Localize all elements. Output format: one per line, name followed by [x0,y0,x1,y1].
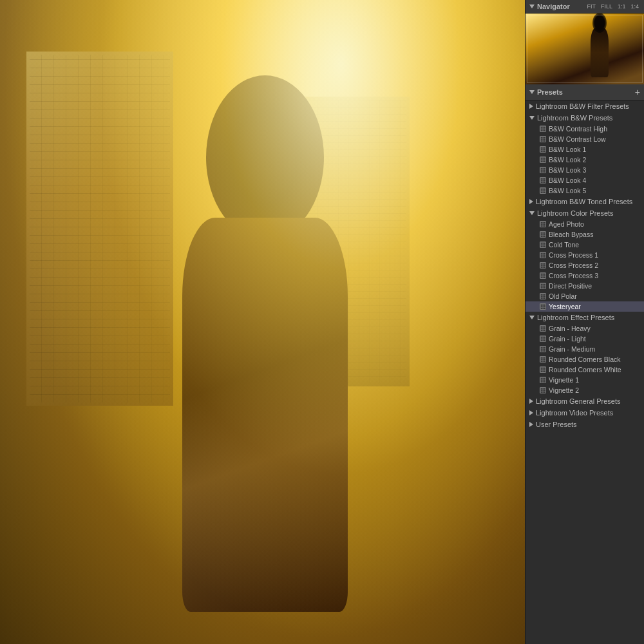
preset-grain-medium-icon [540,346,546,352]
user-presets-expand-icon [529,422,533,427]
navigator-collapse-icon [529,5,535,8]
preset-vignette-2[interactable]: Vignette 2 [526,385,644,395]
presets-title: Presets [537,88,563,96]
preset-vignette-1[interactable]: Vignette 1 [526,375,644,385]
presets-header: Presets + [526,84,644,100]
photo-background [0,0,525,644]
bw-filter-label: Lightroom B&W Filter Presets [536,102,629,110]
general-presets-label: Lightroom General Presets [536,397,620,405]
presets-add-button[interactable]: + [635,88,640,97]
preset-bw-look1[interactable]: B&W Look 1 [526,144,644,155]
preset-yesteryear-icon [540,303,546,310]
preset-aged-photo-icon [540,221,546,227]
navigator-title: Navigator [537,3,570,10]
navigator-zoom-controls: FIT FILL 1:1 1:4 [585,3,640,10]
preset-cross-process-2-icon [540,262,546,269]
preset-cold-tone-label: Cold Tone [549,241,579,249]
preset-grain-medium-label: Grain - Medium [549,345,595,353]
preset-direct-positive-label: Direct Positive [549,282,592,290]
preset-group-color-header[interactable]: Lightroom Color Presets [526,207,644,219]
preset-bleach-bypass-label: Bleach Bypass [549,231,593,238]
preset-cross-process-3-icon [540,272,546,279]
preset-grain-heavy[interactable]: Grain - Heavy [526,323,644,334]
preset-yesteryear[interactable]: Yesteryear [526,301,644,312]
preset-bw-look3-label: B&W Look 3 [549,166,586,174]
preset-group-bw-filter-header[interactable]: Lightroom B&W Filter Presets [526,100,644,112]
preset-cross-process-2-label: Cross Process 2 [549,261,598,269]
zoom-1to4-button[interactable]: 1:4 [629,3,640,10]
preset-grain-medium[interactable]: Grain - Medium [526,344,644,354]
presets-panel[interactable]: Presets + Lightroom B&W Filter Presets L… [526,84,644,644]
preset-cross-process-3[interactable]: Cross Process 3 [526,270,644,281]
preset-rounded-corners-white-icon [540,366,546,373]
video-presets-label: Lightroom Video Presets [536,409,613,417]
preset-group-effect-header[interactable]: Lightroom Effect Presets [526,312,644,323]
preset-bw-contrast-low-icon [540,136,546,142]
photo-canvas [0,0,525,644]
presets-header-left: Presets [529,88,563,96]
color-presets-label: Lightroom Color Presets [537,209,614,217]
preset-rounded-corners-black[interactable]: Rounded Corners Black [526,354,644,365]
preset-bw-contrast-high-icon [540,126,546,132]
warm-glow [0,0,525,644]
preset-group-user: User Presets [526,419,644,430]
preset-aged-photo-label: Aged Photo [549,220,584,228]
zoom-1to1-button[interactable]: 1:1 [616,3,627,10]
preset-bw-look1-icon [540,146,546,153]
effect-presets-expand-icon [529,316,535,319]
preset-group-bw-presets-header[interactable]: Lightroom B&W Presets [526,112,644,124]
preset-cross-process-2[interactable]: Cross Process 2 [526,260,644,270]
preset-group-video-header[interactable]: Lightroom Video Presets [526,407,644,419]
preset-bw-contrast-low-label: B&W Contrast Low [549,135,606,143]
preset-old-polar-label: Old Polar [549,292,577,300]
preset-rounded-corners-black-label: Rounded Corners Black [549,355,620,363]
preset-old-polar[interactable]: Old Polar [526,291,644,301]
video-presets-expand-icon [529,410,533,415]
preset-bw-look4[interactable]: B&W Look 4 [526,175,644,185]
preset-group-bw-filter: Lightroom B&W Filter Presets [526,100,644,112]
bw-toned-label: Lightroom B&W Toned Presets [536,198,632,205]
preset-cross-process-1-label: Cross Process 1 [549,251,598,259]
preset-group-general: Lightroom General Presets [526,395,644,407]
preset-group-user-header[interactable]: User Presets [526,419,644,430]
preset-rounded-corners-white[interactable]: Rounded Corners White [526,365,644,375]
preset-bw-look5[interactable]: B&W Look 5 [526,185,644,196]
preset-bw-contrast-low[interactable]: B&W Contrast Low [526,134,644,144]
preset-group-general-header[interactable]: Lightroom General Presets [526,395,644,407]
preset-group-color: Lightroom Color Presets Aged Photo Bleac… [526,207,644,312]
preset-cross-process-1[interactable]: Cross Process 1 [526,250,644,260]
preset-grain-light[interactable]: Grain - Light [526,334,644,344]
app-container: Navigator FIT FILL 1:1 1:4 Presets + [0,0,644,644]
preset-group-bw-toned: Lightroom B&W Toned Presets [526,196,644,207]
preset-rounded-corners-white-label: Rounded Corners White [549,366,621,374]
navigator-header-left: Navigator [529,3,570,10]
zoom-fill-button[interactable]: FILL [600,3,614,10]
preset-grain-heavy-icon [540,325,546,332]
preset-bw-look3[interactable]: B&W Look 3 [526,165,644,175]
preset-aged-photo[interactable]: Aged Photo [526,219,644,229]
bw-presets-expand-icon [529,116,535,120]
zoom-fit-button[interactable]: FIT [585,3,597,10]
preset-vignette-2-icon [540,387,546,393]
navigator-preview [526,14,644,84]
right-panel: Navigator FIT FILL 1:1 1:4 Presets + [525,0,644,644]
preset-cold-tone-icon [540,242,546,248]
preset-bw-look4-icon [540,177,546,184]
preset-cold-tone[interactable]: Cold Tone [526,240,644,250]
preset-rounded-corners-black-icon [540,356,546,363]
preset-bleach-bypass[interactable]: Bleach Bypass [526,229,644,240]
preset-group-bw-toned-header[interactable]: Lightroom B&W Toned Presets [526,196,644,207]
preset-bw-contrast-high-label: B&W Contrast High [549,125,607,133]
preset-bw-look2[interactable]: B&W Look 2 [526,155,644,165]
preset-vignette-1-icon [540,377,546,383]
preset-grain-light-icon [540,336,546,342]
bw-presets-label: Lightroom B&W Presets [537,114,612,122]
navigator-header[interactable]: Navigator FIT FILL 1:1 1:4 [526,0,644,14]
preset-bw-look2-label: B&W Look 2 [549,156,586,164]
preset-cross-process-3-label: Cross Process 3 [549,272,598,279]
preset-bw-look1-label: B&W Look 1 [549,146,586,153]
preset-bw-look4-label: B&W Look 4 [549,176,586,184]
preset-bw-contrast-high[interactable]: B&W Contrast High [526,124,644,134]
preset-direct-positive[interactable]: Direct Positive [526,281,644,291]
bw-toned-expand-icon [529,199,533,204]
